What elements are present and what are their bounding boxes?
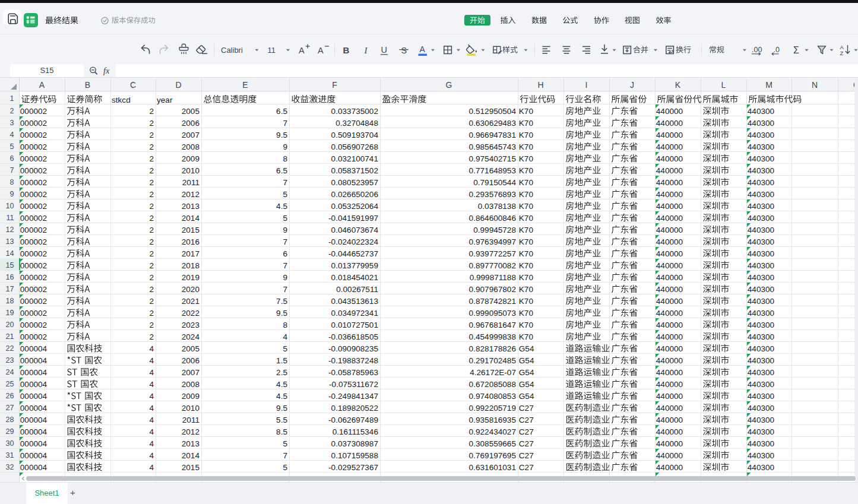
svg-text:fx: fx	[103, 66, 110, 75]
svg-text:.00: .00	[752, 46, 762, 54]
svg-text:A: A	[318, 46, 324, 55]
svg-text:B: B	[343, 45, 350, 55]
svg-text:Σ: Σ	[793, 45, 799, 55]
svg-text:Z: Z	[840, 50, 844, 56]
svg-text:S: S	[401, 46, 407, 55]
svg-text:11: 11	[268, 46, 276, 55]
svg-text:.0: .0	[774, 46, 780, 54]
svg-text:Calibri: Calibri	[221, 46, 243, 55]
svg-text:A: A	[420, 45, 426, 54]
svg-text:I: I	[364, 46, 368, 55]
svg-text:A: A	[299, 46, 305, 55]
svg-text:U: U	[381, 45, 387, 55]
